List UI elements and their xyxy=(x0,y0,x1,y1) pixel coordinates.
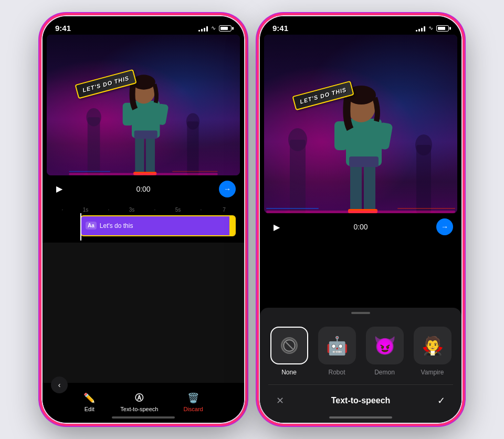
ruler-mark: 1s xyxy=(74,207,97,213)
ruler-mark: 7 xyxy=(213,207,236,213)
tts-confirm-button[interactable]: ✓ xyxy=(434,393,449,408)
svg-rect-38 xyxy=(266,208,319,209)
ruler-mark: 5s xyxy=(166,207,190,213)
discard-label: Discard xyxy=(183,406,203,412)
voice-option-demon[interactable]: 😈 Demon xyxy=(364,327,405,376)
discard-button[interactable]: 🗑️ Discard xyxy=(171,388,215,416)
edit-label: Edit xyxy=(85,406,94,412)
status-bar-left: 9:41 ∿ xyxy=(43,16,244,35)
timeline-left: · 1s · 3s · 5s · 7 Aa Let's do this xyxy=(43,203,244,243)
svg-point-5 xyxy=(186,113,200,129)
svg-rect-39 xyxy=(397,208,455,209)
ruler-mark: 3s xyxy=(120,207,143,213)
phone-left: 9:41 ∿ xyxy=(41,15,246,424)
tts-icon: Ⓐ xyxy=(135,393,143,404)
discard-icon: 🗑️ xyxy=(187,392,199,404)
tts-button[interactable]: Ⓐ Text-to-speech xyxy=(108,389,171,416)
next-button-right[interactable]: → xyxy=(436,218,453,235)
tts-bottom-bar: ✕ Text-to-speech ✓ xyxy=(268,384,453,416)
status-time-right: 9:41 xyxy=(272,24,288,33)
timeline-track: Aa Let's do this xyxy=(51,215,236,238)
svg-rect-17 xyxy=(69,173,217,175)
voice-option-robot[interactable]: 🤖 Robot xyxy=(316,327,358,376)
play-button-left[interactable]: ▶ xyxy=(51,181,68,197)
voice-label-vampire: Vampire xyxy=(421,369,444,376)
svg-point-2 xyxy=(86,108,101,127)
voice-label-robot: Robot xyxy=(328,369,345,376)
svg-rect-37 xyxy=(266,211,455,213)
ruler-marks: · 1s · 3s · 5s · 7 xyxy=(51,207,236,213)
vampire-emoji: 🧛 xyxy=(422,335,444,356)
svg-rect-6 xyxy=(135,134,144,175)
timeline-ruler: · 1s · 3s · 5s · 7 xyxy=(43,205,244,215)
video-preview-right: LET'S DO THIS xyxy=(264,35,457,213)
clip-handle-right[interactable] xyxy=(229,216,235,235)
svg-point-22 xyxy=(288,128,307,151)
tts-label: Text-to-speech xyxy=(120,406,158,412)
status-icons-left: ∿ xyxy=(198,25,232,32)
voice-icon-robot[interactable]: 🤖 xyxy=(318,327,356,364)
signal-icon-right xyxy=(416,25,425,32)
status-bar-right: 9:41 ∿ xyxy=(260,16,461,35)
voice-label-demon: Demon xyxy=(374,369,395,376)
svg-line-41 xyxy=(286,342,292,349)
playback-controls-left: ▶ 0:00 → xyxy=(43,175,244,203)
clip-label: Let's do this xyxy=(100,222,133,229)
voice-label-none: None xyxy=(281,369,297,376)
text-clip[interactable]: Aa Let's do this xyxy=(80,215,236,236)
voice-option-none[interactable]: None xyxy=(268,327,310,376)
svg-rect-7 xyxy=(146,134,155,175)
ruler-mark: · xyxy=(143,207,166,213)
battery-icon xyxy=(219,25,232,32)
status-icons-right: ∿ xyxy=(416,25,449,32)
tts-title: Text-to-speech xyxy=(331,396,391,405)
voice-icon-none[interactable] xyxy=(270,327,308,364)
home-indicator-right xyxy=(329,416,392,419)
wifi-icon-right: ∿ xyxy=(428,25,433,32)
ruler-mark: · xyxy=(190,207,213,213)
time-display-left: 0:00 xyxy=(136,185,150,193)
empty-track xyxy=(43,243,244,383)
svg-rect-16 xyxy=(134,131,158,139)
tts-panel: None 🤖 Robot 😈 Demon xyxy=(260,308,461,423)
none-symbol xyxy=(281,337,298,354)
signal-icon xyxy=(198,25,208,32)
battery-icon-right xyxy=(436,25,449,32)
panel-handle xyxy=(351,312,370,314)
next-button-left[interactable]: → xyxy=(219,181,236,197)
ruler-mark: · xyxy=(97,207,120,213)
tts-close-button[interactable]: ✕ xyxy=(272,393,287,408)
status-time-left: 9:41 xyxy=(55,24,71,33)
voice-icon-vampire[interactable]: 🧛 xyxy=(414,327,452,364)
svg-rect-36 xyxy=(349,156,379,167)
playhead xyxy=(80,213,81,241)
robot-emoji: 🤖 xyxy=(326,335,348,356)
svg-rect-19 xyxy=(172,171,218,172)
voice-option-vampire[interactable]: 🧛 Vampire xyxy=(412,327,453,376)
play-button-right[interactable]: ▶ xyxy=(268,218,285,235)
home-indicator-left xyxy=(112,416,175,419)
clip-type-icon: Aa xyxy=(86,222,97,229)
edit-button[interactable]: ✏️ Edit xyxy=(71,388,108,416)
bottom-toolbar-left: ‹ ✏️ Edit Ⓐ Text-to-speech 🗑️ Discard xyxy=(43,383,244,416)
time-display-right: 0:00 xyxy=(353,223,368,231)
demon-emoji: 😈 xyxy=(374,335,396,356)
wifi-icon: ∿ xyxy=(211,25,216,32)
phone-right: 9:41 ∿ xyxy=(258,15,463,424)
back-button[interactable]: ‹ xyxy=(51,377,68,393)
voice-icon-demon[interactable]: 😈 xyxy=(366,327,404,364)
svg-rect-18 xyxy=(69,171,110,172)
svg-point-25 xyxy=(415,134,432,155)
voice-options: None 🤖 Robot 😈 Demon xyxy=(268,322,453,384)
ruler-mark: · xyxy=(51,207,74,213)
video-preview-left: LET'S DO THIS xyxy=(47,35,240,175)
svg-rect-27 xyxy=(364,161,375,213)
edit-icon: ✏️ xyxy=(83,392,95,404)
svg-rect-26 xyxy=(350,161,362,213)
playback-controls-right: ▶ 0:00 → xyxy=(260,213,461,241)
